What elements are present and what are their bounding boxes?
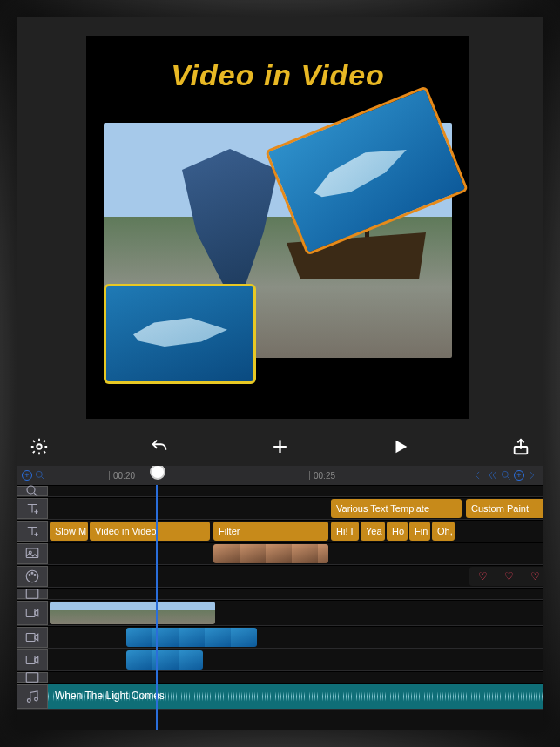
timeline-clip[interactable]: Filter [213,522,328,541]
play-button[interactable] [390,436,411,457]
clip-thumbnail [240,544,266,563]
track-row-empty[interactable] [17,588,543,600]
svg-rect-11 [26,589,38,599]
settings-button[interactable] [29,436,50,457]
undo-icon [150,437,169,456]
video-icon [24,629,40,645]
svg-point-9 [31,572,33,574]
track-head-paint[interactable] [17,566,48,587]
timeline-clip[interactable]: Slow M [50,522,88,541]
svg-point-16 [27,699,30,703]
ruler-tick: 00:20 [109,466,135,485]
preview-title-overlay: Video in Video [86,58,469,92]
svg-rect-14 [26,656,35,664]
track-row-spacer [17,671,543,683]
video-preview[interactable]: Video in Video [86,36,469,419]
text-icon [24,523,40,539]
track-head-video[interactable] [17,601,48,625]
track-row-spacer [17,485,543,497]
track-audio[interactable]: When The Light Comes [17,683,543,710]
main-toolbar: + [17,427,543,466]
track-sticker[interactable]: ♡♡♡ [17,565,543,588]
track-head-text[interactable] [17,498,48,519]
share-button[interactable] [510,436,531,457]
zoom-in-icon[interactable]: + [514,470,524,481]
zoom-in-icon[interactable]: + [22,470,32,481]
track-head-spacer[interactable] [17,486,48,496]
play-icon [391,437,410,456]
clip-thumbnail: ♡ [522,567,543,586]
image-icon [24,546,40,562]
timeline-clip-thumbs[interactable] [50,602,215,624]
track-head-spacer[interactable] [17,672,48,683]
add-button[interactable]: + [270,436,291,457]
track-head-image[interactable] [17,543,48,564]
track-head-video[interactable] [17,627,48,648]
video-icon [24,652,40,668]
svg-rect-13 [26,634,35,642]
svg-rect-15 [26,673,38,683]
nudge-back-icon[interactable] [486,469,498,481]
timeline-clip[interactable]: Various Text Template [331,499,462,518]
svg-point-2 [36,471,42,477]
timeline-panel: + 00:2000:25 + [17,466,543,730]
svg-point-17 [34,697,37,701]
timeline-clip-thumbs[interactable] [213,544,328,563]
timeline-clip[interactable]: Oh, [432,522,455,541]
clip-thumbnail [266,544,292,563]
ruler-controls-left[interactable]: + [22,466,46,485]
track-image-1[interactable] [17,542,543,565]
clip-thumbnail: ♡ [496,567,522,586]
clip-thumbnail [76,602,102,624]
search-icon[interactable] [34,469,46,481]
app-frame: Video in Video [17,17,543,730]
svg-point-0 [37,444,42,449]
timeline-clip-thumbs[interactable] [126,650,203,670]
track-head-empty[interactable] [17,589,48,599]
timeline-clip[interactable]: Video in Video [90,522,210,541]
nudge-forward-icon[interactable] [526,469,538,481]
timeline-clip[interactable]: Hi! I [331,522,359,541]
clip-thumbnail [126,628,152,647]
scene-whale [182,149,278,288]
track-video-main[interactable] [17,600,543,626]
track-text-2[interactable]: Slow MVideo in VideoFilterHi! IYeaHoFinO… [17,520,543,542]
time-ruler[interactable]: 00:2000:25 [48,466,543,485]
clip-thumbnail [206,602,215,624]
gear-icon [30,437,49,456]
track-text-1[interactable]: Various Text TemplateCustom Paint [17,497,543,520]
skip-back-icon[interactable] [472,469,484,481]
tracks-container: Various Text TemplateCustom Paint Slow M… [17,485,543,730]
timeline-clip[interactable]: Ho [387,522,408,541]
plus-icon: + [273,432,288,461]
track-head-audio[interactable] [17,684,48,709]
track-head-text[interactable] [17,521,48,542]
pip-overlay-2[interactable] [104,284,256,384]
svg-point-4 [27,486,35,494]
timeline-clip-thumbs[interactable]: ♡♡♡ [469,567,543,586]
clip-thumbnail [102,602,128,624]
timeline-clip[interactable]: Custom Paint [466,499,543,518]
playhead[interactable] [156,485,158,730]
timeline-clip-thumbs[interactable] [126,628,257,647]
video-icon [24,605,40,621]
clip-thumbnail [180,602,206,624]
clip-thumbnail [154,602,180,624]
text-icon [24,501,40,516]
clip-thumbnail [126,650,152,670]
svg-rect-12 [26,609,35,617]
timeline-clip[interactable]: Fin [409,522,430,541]
undo-button[interactable] [149,436,170,457]
track-head-video[interactable] [17,649,48,670]
music-icon [24,689,40,704]
timeline-clip[interactable]: Yea [361,522,385,541]
ruler-tick: 00:25 [309,466,335,485]
search-icon[interactable] [500,469,512,481]
ruler-controls-right[interactable]: + [472,466,538,485]
track-video-pip-2[interactable] [17,649,543,671]
track-video-pip-1[interactable] [17,626,543,649]
clip-thumbnail [318,544,328,563]
clip-thumbnail [292,544,318,563]
clip-thumbnail [50,602,76,624]
clip-thumbnail [213,544,240,563]
